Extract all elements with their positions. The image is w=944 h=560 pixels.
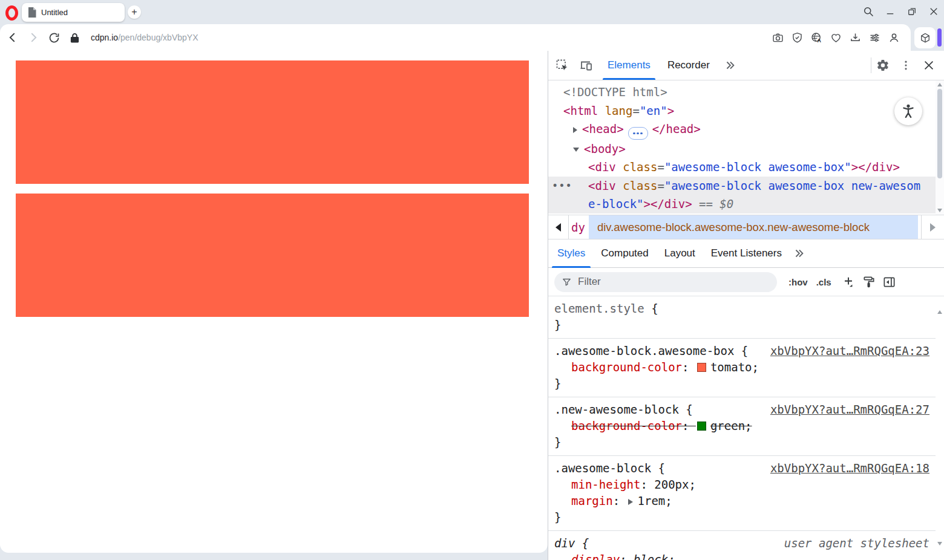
dom-tree-node[interactable]: <body> [548,140,936,158]
property-name[interactable]: min-height [571,478,640,491]
rule-selector[interactable]: .new-awesome-block [554,402,679,418]
dock-sidebar-icon[interactable] [882,274,897,290]
css-rule[interactable]: .awesome-block {xbVbpYX?aut…RmRQGqEA:18m… [548,456,936,531]
css-declaration[interactable]: margin: 1rem; [554,493,929,509]
devtools-close-icon[interactable] [921,57,937,73]
breadcrumb-scroll-left-button[interactable] [548,215,569,239]
dom-tree-node[interactable]: <head></head> [548,120,936,140]
browser-tab[interactable]: Untitled [22,3,125,22]
property-name[interactable]: display [571,553,620,560]
accessibility-button[interactable] [894,97,922,125]
stylesheet-source-link[interactable]: xbVbpYX?aut…RmRQGqEA:18 [763,460,929,477]
device-toolbar-icon[interactable] [579,57,594,73]
property-value[interactable]: block; [634,553,675,560]
expand-shorthand-icon[interactable] [628,499,633,505]
more-sidebar-tabs-icon[interactable] [791,246,807,261]
tab-event-listeners[interactable]: Event Listeners [703,239,790,268]
awesome-block-1 [16,60,529,184]
breadcrumb-item-selected[interactable]: div.awesome-block.awesome-box.new-awesom… [589,215,918,239]
dom-tree-node[interactable]: <!DOCTYPE html> [548,83,936,102]
bookmarks-heart-icon[interactable] [829,31,843,45]
scroll-up-arrow-icon[interactable] [937,83,942,86]
rule-selector[interactable]: .awesome-block.awesome-box [554,343,734,359]
rendering-paint-roller-icon[interactable] [861,274,877,290]
color-swatch[interactable] [697,363,706,372]
css-declaration[interactable]: display: block; [554,552,929,560]
dom-token-val: "en" [640,104,667,117]
shield-check-icon[interactable] [790,31,804,45]
property-name[interactable]: background-color [571,419,682,432]
back-icon[interactable] [5,30,21,45]
property-value[interactable]: green; [710,419,752,432]
property-name[interactable]: margin [571,494,613,507]
css-rule[interactable]: div {user agent stylesheetdisplay: block… [548,531,936,560]
opera-logo-icon[interactable] [5,5,18,21]
stylesheet-source-link[interactable]: xbVbpYX?aut…RmRQGqEA:27 [763,402,929,418]
tab-styles-label: Styles [557,247,585,259]
property-name[interactable]: background-color [571,360,682,374]
devtools-settings-gear-icon[interactable] [875,57,891,73]
css-rule[interactable]: element.style {} [548,296,936,339]
profile-icon[interactable] [887,31,901,45]
breadcrumb-scroll-right-button[interactable] [921,215,944,239]
toggle-classes[interactable]: .cls [812,277,836,287]
devtools-tab-elements[interactable]: Elements [599,51,659,80]
snapshot-camera-icon[interactable] [771,31,785,45]
expanded-arrow-icon[interactable] [573,148,579,152]
new-tab-button[interactable]: + [128,5,141,19]
scroll-down-arrow-icon[interactable] [937,209,942,212]
minimize-icon[interactable] [883,5,897,18]
downloads-icon[interactable] [848,31,862,45]
collapsed-arrow-icon[interactable] [573,127,577,133]
url-bar[interactable]: cdpn.io/pen/debug/xbVbpYX [91,33,198,42]
dom-tree[interactable]: <!DOCTYPE html><html lang="en"><head></h… [548,80,936,215]
more-tabs-icon[interactable] [722,57,738,73]
dom-tree-node[interactable]: •••<div class="awesome-block awesome-box… [548,177,936,195]
maximize-icon[interactable] [905,5,919,18]
property-value[interactable]: 200px; [654,478,696,491]
lock-icon[interactable] [67,30,82,45]
stylesheet-source-link[interactable]: xbVbpYX?aut…RmRQGqEA:23 [763,343,929,359]
scrollbar-thumb[interactable] [937,89,942,178]
sidebar-accent-pill[interactable] [937,28,942,47]
open-brace: { [679,402,693,418]
new-style-rule-plus-icon[interactable] [841,274,856,290]
breadcrumb-item-body-clipped[interactable]: dy [569,215,589,239]
toggle-hover-state[interactable]: :hov [784,277,812,287]
tab-styles[interactable]: Styles [549,239,593,268]
rule-selector[interactable]: element.style [554,301,644,317]
devtools-menu-kebab-icon[interactable] [898,57,914,73]
sidebar-extension-button[interactable] [914,27,936,48]
search-icon[interactable] [862,5,875,18]
property-value[interactable]: 1rem; [638,494,672,507]
node-more-actions-icon[interactable]: ••• [552,177,572,195]
accessibility-person-icon [900,103,917,120]
tab-layout[interactable]: Layout [657,239,703,268]
dom-tree-node[interactable]: <html lang="en"> [548,102,936,120]
close-window-icon[interactable] [927,5,940,18]
collapsed-children-badge-icon[interactable] [628,127,648,140]
css-declaration[interactable]: background-color: green; [554,418,929,434]
styles-scroll-up-icon[interactable] [937,300,942,311]
translate-icon[interactable]: A [810,31,824,45]
css-rules-list[interactable]: element.style {}.awesome-block.awesome-b… [548,296,936,560]
css-rule[interactable]: .new-awesome-block {xbVbpYX?aut…RmRQGqEA… [548,397,936,456]
css-rule[interactable]: .awesome-block.awesome-box {xbVbpYX?aut…… [548,339,936,397]
inspect-element-icon[interactable] [554,57,570,73]
styles-filter-input[interactable]: Filter [554,272,777,292]
dom-tree-node[interactable]: <div class="awesome-block awesome-box"><… [548,158,936,177]
styles-scroll-down-icon[interactable] [937,545,942,556]
property-value[interactable]: tomato; [710,360,759,374]
reload-icon[interactable] [46,30,62,45]
dom-tree-scrollbar[interactable] [936,80,944,215]
dom-tree-node[interactable]: e-block"></div> == $0 [548,195,936,213]
color-swatch[interactable] [697,422,706,431]
devtools-tab-recorder[interactable]: Recorder [659,51,718,80]
rule-selector[interactable]: .awesome-block [554,460,651,477]
css-declaration[interactable]: min-height: 200px; [554,477,929,493]
easy-setup-sliders-icon[interactable] [868,31,882,45]
rule-selector[interactable]: div [554,535,575,552]
forward-icon[interactable] [25,30,41,45]
tab-computed[interactable]: Computed [593,239,656,268]
css-declaration[interactable]: background-color: tomato; [554,359,929,376]
